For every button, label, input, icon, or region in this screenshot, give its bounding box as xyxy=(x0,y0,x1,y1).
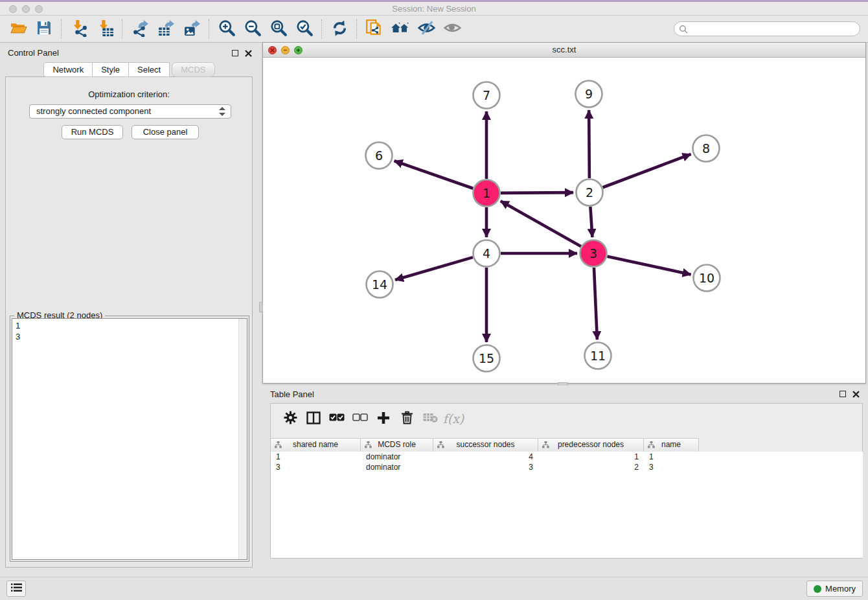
hierarchy-icon xyxy=(437,441,444,448)
save-disk-icon xyxy=(36,19,52,38)
table-body: 1dominator4113dominator323 xyxy=(271,452,863,549)
toolbar-separator xyxy=(122,19,123,39)
home-button[interactable] xyxy=(387,18,413,40)
export-image-button[interactable] xyxy=(179,18,205,40)
eye-slash-icon xyxy=(417,19,436,39)
deselect-all-button[interactable] xyxy=(348,409,372,428)
graph-edge-2-3[interactable] xyxy=(590,207,592,237)
select-all-button[interactable] xyxy=(325,409,348,428)
search-icon xyxy=(679,25,689,34)
mcds-result-group: MCDS result (2 nodes) 1 3 xyxy=(10,316,249,562)
show-column-panel-button[interactable] xyxy=(302,409,325,428)
table-cell: 4 xyxy=(433,452,538,462)
control-panel-tabs: Network Style Select MCDS xyxy=(0,62,259,77)
column-header-label: shared name xyxy=(293,440,338,449)
mcds-result-text[interactable]: 1 3 xyxy=(12,318,247,560)
tab-mcds[interactable]: MCDS xyxy=(172,62,214,77)
column-header[interactable]: successor nodes xyxy=(433,439,538,452)
column-header[interactable]: predecessor nodes xyxy=(538,439,644,452)
zoom-out-button[interactable] xyxy=(240,18,266,40)
clone-network-button[interactable] xyxy=(361,18,387,40)
function-builder-button[interactable]: f(x) xyxy=(442,409,465,428)
criterion-select[interactable]: strongly connected component xyxy=(29,104,231,119)
hierarchy-icon xyxy=(275,441,282,448)
float-panel-icon[interactable] xyxy=(231,49,240,58)
tab-network[interactable]: Network xyxy=(43,62,93,77)
run-mcds-button[interactable]: Run MCDS xyxy=(62,125,123,139)
graph-node-label: 4 xyxy=(483,246,490,260)
graph-node-label: 9 xyxy=(585,87,593,101)
clone-network-icon xyxy=(365,19,383,39)
table-cell: dominator xyxy=(361,462,433,472)
network-canvas[interactable]: 7968124314101511 xyxy=(263,58,865,383)
double-home-icon xyxy=(391,19,410,39)
close-table-panel-icon[interactable] xyxy=(851,389,860,398)
open-session-button[interactable] xyxy=(5,18,31,40)
toolbar-separator xyxy=(321,19,323,39)
tab-style[interactable]: Style xyxy=(92,62,129,77)
table-cell: 3 xyxy=(271,462,361,472)
search-input[interactable] xyxy=(674,21,860,36)
zoom-fit-button[interactable] xyxy=(266,18,291,40)
save-session-button[interactable] xyxy=(31,18,57,40)
graph-node-label: 11 xyxy=(590,349,606,363)
close-panel-button[interactable]: Close panel xyxy=(131,125,199,139)
import-network-button[interactable] xyxy=(66,18,92,40)
graph-edge-2-8[interactable] xyxy=(603,154,691,187)
refresh-button[interactable] xyxy=(326,18,352,40)
add-button[interactable] xyxy=(372,409,395,428)
table-cell: dominator xyxy=(361,452,433,462)
trash-icon xyxy=(401,411,413,426)
close-panel-icon[interactable] xyxy=(244,49,253,58)
graph-edge-3-1[interactable] xyxy=(501,201,581,246)
table-settings-button[interactable] xyxy=(279,409,302,428)
graph-edge-1-6[interactable] xyxy=(394,161,474,188)
graph-edge-3-11[interactable] xyxy=(594,268,597,340)
export-network-icon xyxy=(131,19,149,39)
delete-button[interactable] xyxy=(395,409,418,428)
network-window-titlebar: scc.txt xyxy=(263,43,865,58)
table-panel-title: Table Panel xyxy=(270,389,314,399)
table-cell: 1 xyxy=(644,452,699,462)
hide-graphics-details-button[interactable] xyxy=(413,18,439,40)
zoom-selected-button[interactable] xyxy=(291,18,317,40)
import-table-icon xyxy=(97,19,114,39)
delete-table-button[interactable] xyxy=(418,409,442,428)
mcds-tab-content: Optimization criterion: strongly connect… xyxy=(5,76,253,568)
checked-boxes-icon xyxy=(329,413,345,424)
eye-icon xyxy=(443,19,462,39)
zoom-in-icon xyxy=(218,19,236,39)
float-table-panel-icon[interactable] xyxy=(838,389,847,398)
export-table-button[interactable] xyxy=(153,18,179,40)
graph-node-label: 15 xyxy=(479,351,494,365)
graph-edge-4-14[interactable] xyxy=(395,257,473,280)
zoom-in-button[interactable] xyxy=(214,18,240,40)
import-network-icon xyxy=(71,19,88,39)
table-row[interactable]: 3dominator323 xyxy=(271,462,863,472)
hierarchy-icon xyxy=(542,441,549,448)
column-header[interactable]: MCDS role xyxy=(361,439,433,452)
memory-button[interactable]: Memory xyxy=(806,581,863,597)
graph-edge-3-10[interactable] xyxy=(607,257,691,275)
graph-node-label: 14 xyxy=(372,277,387,292)
import-table-button[interactable] xyxy=(92,18,118,40)
tab-select[interactable]: Select xyxy=(128,62,170,77)
column-header[interactable]: shared name xyxy=(271,439,361,452)
export-network-button[interactable] xyxy=(127,18,153,40)
show-graphics-details-button[interactable] xyxy=(439,18,465,40)
graph-edge-1-2[interactable] xyxy=(501,192,573,193)
fx-icon: f(x) xyxy=(443,411,464,426)
result-scrollbar[interactable] xyxy=(238,319,247,559)
column-header-label: predecessor nodes xyxy=(558,440,624,449)
graph-edge-2-9[interactable] xyxy=(589,110,589,178)
column-header[interactable]: name xyxy=(644,439,699,452)
table-panel: Table Panel xyxy=(262,386,868,577)
task-history-button[interactable] xyxy=(6,581,26,597)
vertical-splitter-handle[interactable] xyxy=(259,302,263,312)
main-toolbar xyxy=(0,16,868,43)
list-icon xyxy=(11,583,22,594)
table-row[interactable]: 1dominator411 xyxy=(271,452,863,462)
gear-icon xyxy=(284,411,297,426)
table-cell: 3 xyxy=(433,462,538,472)
table-cell: 3 xyxy=(644,462,699,472)
